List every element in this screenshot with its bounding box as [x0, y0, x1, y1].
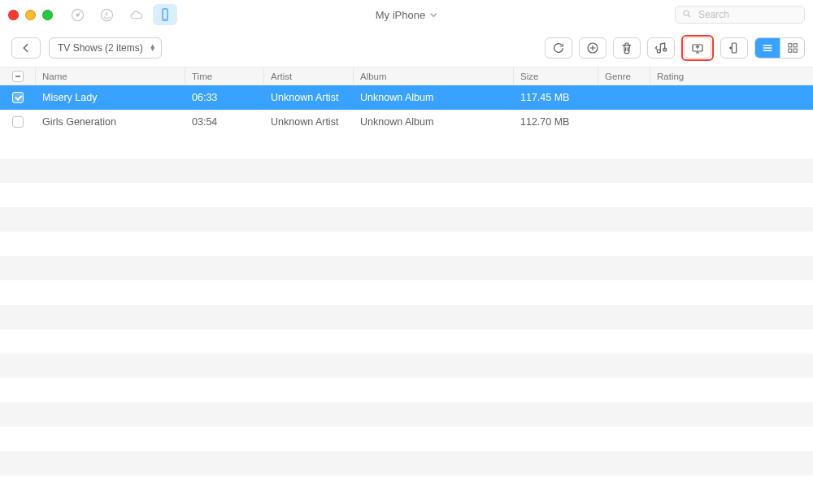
source-tab-itunes[interactable] — [65, 4, 89, 25]
toolbar: TV Shows (2 items) ▲▼ — [0, 29, 813, 67]
minimize-icon[interactable] — [25, 10, 36, 20]
row-checkbox-cell[interactable] — [0, 110, 36, 134]
column-header-checkbox[interactable] — [0, 67, 36, 85]
view-list-button[interactable] — [755, 38, 780, 58]
search-input[interactable] — [697, 8, 798, 21]
cell-rating — [650, 110, 813, 134]
device-title-label: My iPhone — [376, 9, 425, 21]
source-tab-backup[interactable] — [94, 4, 119, 25]
empty-row — [0, 476, 813, 500]
cell-artist: Unknown Artist — [264, 85, 354, 110]
table-row[interactable]: Girls Generation03:54Unknown ArtistUnkno… — [0, 110, 813, 134]
search-field[interactable] — [675, 6, 805, 24]
titlebar: My iPhone — [0, 0, 813, 29]
empty-row — [0, 354, 813, 378]
view-toggle — [754, 37, 805, 59]
column-header-artist[interactable]: Artist — [264, 67, 354, 85]
column-header-name[interactable]: Name — [36, 67, 185, 85]
cell-genre — [598, 110, 650, 134]
zoom-icon[interactable] — [42, 10, 53, 20]
cell-genre — [598, 85, 650, 110]
empty-row — [0, 207, 813, 232]
chevron-down-icon — [430, 9, 437, 21]
row-checkbox-cell[interactable] — [0, 85, 36, 110]
empty-row — [0, 232, 813, 256]
checkbox-indeterminate-icon[interactable] — [12, 71, 24, 82]
empty-row — [0, 159, 813, 183]
empty-row — [0, 305, 813, 329]
empty-row — [0, 280, 813, 305]
empty-row — [0, 183, 813, 207]
checkbox-unchecked-icon[interactable] — [12, 116, 24, 128]
svg-rect-14 — [793, 49, 797, 52]
table-header: Name Time Artist Album Size Genre Rating — [0, 67, 813, 85]
delete-button[interactable] — [613, 37, 641, 59]
empty-row — [0, 402, 813, 427]
cell-time: 06:33 — [185, 85, 264, 110]
refresh-button[interactable] — [545, 37, 572, 59]
column-header-album[interactable]: Album — [354, 67, 514, 85]
cell-album: Unknown Album — [354, 85, 514, 110]
to-itunes-button[interactable] — [647, 37, 675, 59]
column-header-genre[interactable]: Genre — [598, 67, 650, 85]
empty-row — [0, 378, 813, 402]
cell-artist: Unknown Artist — [264, 110, 354, 134]
svg-rect-13 — [788, 49, 791, 52]
source-tab-icloud[interactable] — [124, 4, 148, 25]
empty-row — [0, 256, 813, 280]
column-header-rating[interactable]: Rating — [650, 67, 813, 85]
search-icon — [682, 9, 692, 21]
window-controls — [8, 10, 53, 20]
export-to-computer-highlight — [681, 35, 714, 61]
source-tabs — [65, 4, 177, 25]
svg-rect-11 — [788, 44, 791, 47]
empty-row — [0, 427, 813, 451]
empty-row — [0, 451, 813, 476]
cell-size: 117.45 MB — [514, 85, 598, 110]
source-tab-device[interactable] — [153, 4, 177, 25]
table-row[interactable]: Misery Lady06:33Unknown ArtistUnknown Al… — [0, 85, 813, 110]
cell-rating — [650, 85, 813, 110]
column-header-time[interactable]: Time — [185, 67, 264, 85]
category-selector-label: TV Shows (2 items) — [58, 42, 143, 54]
svg-point-5 — [684, 11, 689, 15]
cell-time: 03:54 — [185, 110, 264, 134]
checkbox-checked-icon[interactable] — [12, 92, 24, 103]
back-button[interactable] — [11, 37, 41, 59]
device-selector[interactable]: My iPhone — [376, 9, 437, 21]
empty-row — [0, 329, 813, 354]
cell-name: Misery Lady — [36, 85, 185, 110]
view-grid-button[interactable] — [780, 38, 804, 58]
cell-name: Girls Generation — [36, 110, 185, 134]
to-device-button[interactable] — [720, 37, 748, 59]
svg-rect-12 — [793, 44, 797, 47]
close-icon[interactable] — [8, 10, 19, 20]
content-table: Name Time Artist Album Size Genre Rating… — [0, 67, 813, 500]
svg-rect-10 — [732, 43, 736, 53]
category-selector[interactable]: TV Shows (2 items) ▲▼ — [49, 37, 162, 59]
column-header-size[interactable]: Size — [514, 67, 598, 85]
svg-point-4 — [164, 19, 165, 20]
export-to-computer-button[interactable] — [684, 37, 711, 59]
cell-album: Unknown Album — [354, 110, 514, 134]
empty-row — [0, 134, 813, 159]
cell-size: 112.70 MB — [514, 110, 598, 134]
updown-icon: ▲▼ — [150, 45, 156, 51]
add-button[interactable] — [579, 37, 606, 59]
